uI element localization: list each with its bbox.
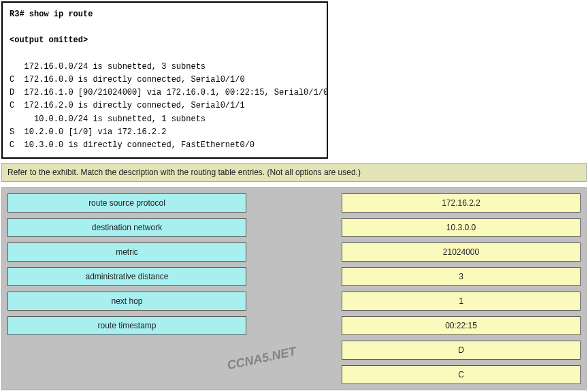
description-label: next hop <box>111 296 142 306</box>
option-label: 1 <box>459 296 463 306</box>
description-item[interactable]: route source protocol <box>7 193 246 213</box>
option-label: C <box>458 370 464 379</box>
option-item[interactable]: D <box>342 341 581 360</box>
terminal-line: 172.16.0.0/24 is subnetted, 3 subnets <box>10 61 320 74</box>
terminal-line: C 172.16.2.0 is directly connected, Seri… <box>10 99 320 112</box>
terminal-line: C 172.16.0.0 is directly connected, Seri… <box>10 74 320 87</box>
option-label: 21024000 <box>443 247 479 257</box>
description-item[interactable]: metric <box>7 243 246 262</box>
description-item[interactable]: next hop <box>7 292 246 311</box>
terminal-command: R3# show ip route <box>10 8 320 21</box>
description-item[interactable]: route timestamp <box>7 316 246 335</box>
option-item[interactable]: 172.16.2.2 <box>342 193 581 213</box>
option-item[interactable]: 21024000 <box>342 243 581 262</box>
option-label: D <box>458 345 464 355</box>
option-label: 10.3.0.0 <box>446 223 476 232</box>
instruction-text: Refer to the exhibit. Match the descript… <box>1 163 587 182</box>
matching-area: route source protocol destination networ… <box>1 187 587 390</box>
terminal-output: R3# show ip route <output omitted> 172.1… <box>1 1 328 159</box>
terminal-line: D 172.16.1.0 [90/21024000] via 172.16.0.… <box>10 87 320 99</box>
option-item[interactable]: 00:22:15 <box>342 316 581 335</box>
option-item[interactable]: 3 <box>342 267 581 286</box>
terminal-line: C 10.3.0.0 is directly connected, FastEt… <box>10 139 320 152</box>
option-label: 3 <box>459 272 463 281</box>
option-item[interactable]: C <box>342 365 581 384</box>
terminal-line: 10.0.0.0/24 is subnetted, 1 subnets <box>10 113 320 126</box>
description-label: administrative distance <box>85 272 168 281</box>
description-label: metric <box>116 247 138 257</box>
terminal-omitted: <output omitted> <box>10 34 320 47</box>
options-column: 172.16.2.2 10.3.0.0 21024000 3 1 00:22:1… <box>342 193 581 384</box>
description-label: route source protocol <box>88 198 165 208</box>
terminal-line: S 10.2.0.0 [1/0] via 172.16.2.2 <box>10 126 320 139</box>
option-item[interactable]: 1 <box>342 292 581 311</box>
option-label: 172.16.2.2 <box>442 198 480 208</box>
description-label: destination network <box>92 223 162 232</box>
description-label: route timestamp <box>97 321 156 330</box>
option-label: 00:22:15 <box>445 321 477 330</box>
description-item[interactable]: administrative distance <box>7 267 246 286</box>
descriptions-column: route source protocol destination networ… <box>7 193 246 384</box>
option-item[interactable]: 10.3.0.0 <box>342 218 581 237</box>
description-item[interactable]: destination network <box>7 218 246 237</box>
